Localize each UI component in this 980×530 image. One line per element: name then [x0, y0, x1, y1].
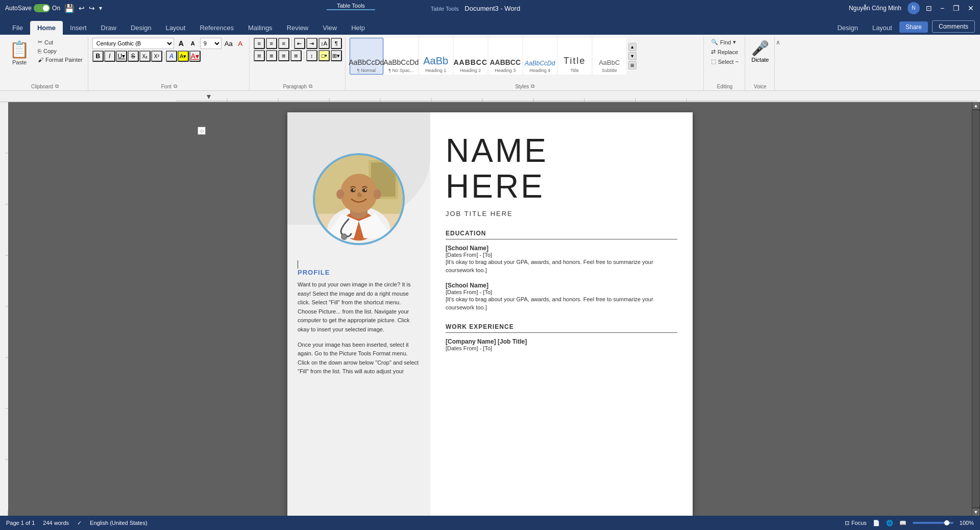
paragraph-expand-icon[interactable]: ⧉ — [309, 83, 312, 89]
styles-scroll-down[interactable]: ▼ — [628, 52, 636, 60]
minimize-button[interactable]: − — [938, 4, 946, 12]
subscript-button[interactable]: X₂ — [139, 51, 151, 62]
superscript-button[interactable]: X² — [151, 51, 162, 62]
style-no-space[interactable]: AaBbCcDd ¶ No Spac... — [384, 38, 418, 75]
school1-name[interactable]: [School Name] — [446, 245, 677, 252]
tab-design[interactable]: Design — [124, 21, 158, 35]
tab-file[interactable]: File — [5, 21, 30, 35]
style-heading3[interactable]: AABBCC Heading 3 — [488, 38, 522, 75]
view-web-button[interactable]: 🌐 — [886, 520, 893, 526]
styles-expand-icon[interactable]: ⧉ — [531, 83, 534, 89]
style-heading1[interactable]: AaBb Heading 1 — [419, 38, 453, 75]
justify-button[interactable]: ≡ — [290, 50, 302, 61]
comments-button[interactable]: Comments — [932, 20, 975, 33]
tab-layout[interactable]: Layout — [158, 21, 192, 35]
layout-icon[interactable]: ⊡ — [926, 4, 932, 12]
align-left-button[interactable]: ≡ — [254, 50, 265, 61]
autosave-toggle-switch[interactable] — [34, 4, 50, 12]
style-subtitle[interactable]: AaBbC Subtitle — [593, 38, 626, 75]
font-shrink-button[interactable]: A — [187, 38, 199, 49]
job-title[interactable]: JOB TITLE HERE — [446, 210, 677, 218]
styles-scroll-up[interactable]: ▲ — [628, 43, 636, 51]
school2-desc[interactable]: [It's okay to brag about your GPA, award… — [446, 295, 677, 312]
profile-photo[interactable] — [313, 153, 405, 245]
paste-button[interactable]: 📋 Paste — [5, 38, 34, 67]
sort-button[interactable]: ↕A — [318, 38, 330, 49]
style-heading2[interactable]: AABBCC Heading 2 — [454, 38, 487, 75]
numbering-button[interactable]: ≡ — [266, 38, 277, 49]
scroll-down-button[interactable]: ▼ — [972, 509, 979, 516]
find-button[interactable]: 🔍 Find ▾ — [708, 38, 739, 46]
bold-button[interactable]: B — [92, 51, 104, 62]
text-effects-button[interactable]: A — [166, 51, 177, 62]
school2-dates[interactable]: [Dates From] - [To] — [446, 289, 677, 295]
company1-dates[interactable]: [Dates From] - [To] — [446, 345, 677, 351]
autosave-toggle[interactable]: AutoSave On — [5, 4, 60, 12]
scroll-thumb[interactable] — [972, 110, 979, 508]
line-spacing-button[interactable]: ↕ — [306, 50, 317, 61]
font-family-select[interactable]: Century Gothic (B — [92, 38, 174, 49]
align-right-button[interactable]: ≡ — [278, 50, 289, 61]
clear-format-button[interactable]: A — [235, 38, 246, 49]
scroll-up-button[interactable]: ▲ — [972, 102, 979, 109]
tab-insert[interactable]: Insert — [63, 21, 94, 35]
tab-help[interactable]: Help — [344, 21, 372, 35]
view-print-button[interactable]: 📄 — [873, 520, 880, 526]
zoom-percent[interactable]: 100% — [960, 520, 974, 526]
tab-draw[interactable]: Draw — [94, 21, 124, 35]
styles-more[interactable]: ⊞ — [628, 61, 636, 69]
profile-text-1[interactable]: Want to put your own image in the circle… — [298, 280, 420, 334]
select-button[interactable]: ⬚ Select ~ — [708, 57, 742, 66]
tab-layout-table[interactable]: Layout — [865, 21, 899, 35]
save-icon[interactable]: 💾 — [64, 4, 75, 13]
italic-button[interactable]: I — [104, 51, 115, 62]
style-title[interactable]: Title Title — [558, 38, 592, 75]
dictate-button[interactable]: 🎤 Dictate — [749, 38, 771, 65]
font-size-select[interactable]: 9 — [200, 38, 222, 49]
tab-references[interactable]: References — [192, 21, 240, 35]
format-painter-button[interactable]: 🖌 Format Painter — [36, 56, 85, 64]
change-case-button[interactable]: Aa — [223, 38, 234, 49]
share-button[interactable]: Share — [899, 21, 928, 33]
style-heading4[interactable]: AaBbCcDd Heading 4 — [523, 38, 557, 75]
replace-button[interactable]: ⇄ Replace — [708, 47, 741, 56]
close-button[interactable]: ✕ — [967, 4, 975, 12]
language-status[interactable]: English (United States) — [90, 520, 148, 526]
show-hide-button[interactable]: ¶ — [331, 38, 342, 49]
font-expand-icon[interactable]: ⧉ — [174, 83, 177, 89]
proofing-icon[interactable]: ✓ — [77, 520, 82, 526]
zoom-slider[interactable] — [913, 522, 953, 524]
resume-name[interactable]: NAME HERE — [446, 133, 677, 205]
view-read-button[interactable]: 📖 — [899, 520, 906, 526]
undo-icon[interactable]: ↩ — [79, 4, 85, 12]
increase-indent-button[interactable]: ⇥ — [306, 38, 317, 49]
cut-button[interactable]: ✂ Cut — [36, 38, 85, 46]
multilevel-button[interactable]: ≡ — [278, 38, 289, 49]
style-normal[interactable]: AaBbCcDd ¶ Normal — [350, 38, 383, 75]
borders-button[interactable]: ⊞▾ — [331, 50, 342, 61]
redo-icon[interactable]: ↪ — [89, 4, 95, 12]
underline-button[interactable]: U▾ — [116, 51, 127, 62]
shading-button[interactable]: ◻▾ — [318, 50, 330, 61]
school2-name[interactable]: [School Name] — [446, 282, 677, 289]
table-move-handle[interactable]: ⊹ — [198, 127, 206, 135]
clipboard-expand-icon[interactable]: ⧉ — [55, 83, 59, 89]
collapse-ribbon[interactable]: ∧ — [776, 37, 780, 90]
decrease-indent-button[interactable]: ⇤ — [294, 38, 305, 49]
tab-home[interactable]: Home — [30, 21, 63, 35]
tab-view[interactable]: View — [315, 21, 344, 35]
bullets-button[interactable]: ≡ — [254, 38, 265, 49]
profile-text-2[interactable]: Once your image has been inserted, selec… — [298, 341, 420, 376]
customize-icon[interactable]: ▾ — [99, 5, 102, 12]
school1-dates[interactable]: [Dates From] - [To] — [446, 252, 677, 258]
right-scrollbar[interactable]: ▲ ▼ — [972, 102, 980, 516]
tab-design-table[interactable]: Design — [830, 21, 865, 35]
tab-mailings[interactable]: Mailings — [241, 21, 280, 35]
page-info[interactable]: Page 1 of 1 — [6, 520, 35, 526]
strikethrough-button[interactable]: S — [128, 51, 139, 62]
font-grow-button[interactable]: A — [176, 38, 187, 49]
font-color-button[interactable]: A▾ — [189, 51, 201, 62]
copy-button[interactable]: ⎘ Copy — [36, 47, 85, 55]
highlight-button[interactable]: A▾ — [178, 51, 189, 62]
focus-button[interactable]: ⊡ Focus — [845, 520, 867, 526]
